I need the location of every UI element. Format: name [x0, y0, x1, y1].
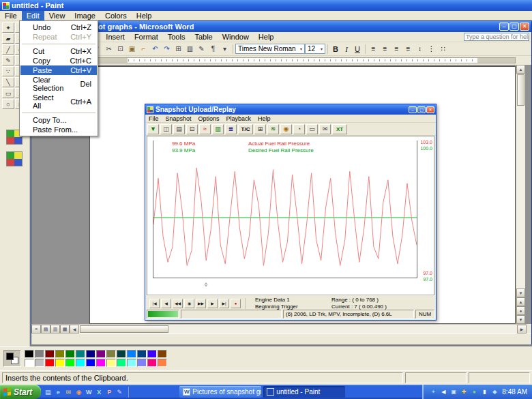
paint-menu-edit[interactable]: Edit — [22, 11, 44, 20]
snapshot-menu-options[interactable]: Options — [195, 115, 223, 122]
color-swatch[interactable] — [35, 350, 44, 358]
network-button[interactable]: ▣ — [449, 388, 458, 396]
insert-table-button[interactable]: ⊞ — [173, 44, 184, 55]
tool-free-form-select[interactable]: ✦ — [2, 23, 14, 33]
tool-airbrush[interactable]: ∵ — [2, 66, 14, 76]
close-button[interactable]: ✕ — [520, 23, 529, 31]
internet-explorer-button[interactable]: e — [53, 387, 63, 397]
redo-button[interactable]: ↷ — [161, 44, 173, 55]
taskbar-button-paint[interactable]: untitled - Paint — [263, 386, 345, 398]
units-button[interactable]: ≋ — [267, 124, 279, 134]
edit-menu-item-copy[interactable]: CopyCtrl+C — [20, 56, 97, 65]
word-button[interactable]: W — [84, 387, 93, 397]
select-browse-object-button[interactable]: ● — [516, 306, 525, 315]
previous-page-button[interactable]: ▲ — [516, 297, 525, 306]
paint-menu-image[interactable]: Image — [70, 11, 100, 20]
print-button[interactable]: ▤ — [173, 124, 185, 134]
edit-menu-item-copy-to[interactable]: Copy To... — [20, 115, 97, 125]
scrollbar-thumb[interactable] — [80, 325, 168, 333]
update-button[interactable]: ● — [470, 388, 478, 396]
word-menu-format[interactable]: Format — [130, 32, 163, 42]
next-page-button[interactable]: ▼ — [516, 315, 525, 324]
align-center-button[interactable]: ≡ — [379, 44, 391, 55]
justify-button[interactable]: ≡ — [402, 44, 414, 55]
show-desktop-button[interactable]: ▤ — [43, 387, 53, 397]
color-swatch[interactable] — [117, 359, 126, 367]
snapshot-menu-help[interactable]: Help — [254, 115, 274, 122]
color-swatch[interactable] — [137, 350, 147, 358]
edit-menu-item-paste-from[interactable]: Paste From... — [20, 125, 97, 134]
color-swatch[interactable] — [147, 359, 157, 367]
bullets-button[interactable]: ∷ — [437, 44, 449, 55]
color-swatch[interactable] — [158, 350, 167, 358]
color-swatch[interactable] — [45, 359, 55, 367]
upload-button[interactable]: ▼ — [147, 124, 159, 134]
tool-ellipse[interactable]: ○ — [2, 99, 14, 109]
volume-button[interactable]: ◀ — [439, 388, 447, 396]
text-data-button[interactable]: T/C — [238, 124, 253, 134]
maximize-button[interactable]: ▢ — [417, 106, 426, 113]
insert-columns-button[interactable]: ▥ — [184, 44, 196, 55]
position-marker-icon[interactable]: ◊ — [205, 282, 207, 288]
word-menu-table[interactable]: Table — [190, 32, 217, 42]
paint-menu-help[interactable]: Help — [132, 11, 157, 20]
underline-button[interactable]: U — [352, 44, 363, 55]
start-button[interactable]: Start — [0, 385, 41, 399]
minimize-button[interactable]: – — [409, 106, 417, 113]
edit-menu-item-repeat[interactable]: RepeatCtrl+Y — [20, 32, 97, 42]
color-swatch[interactable] — [65, 350, 75, 358]
foreground-background-color-selector[interactable] — [3, 350, 21, 367]
color-swatch[interactable] — [96, 350, 106, 358]
word-menu-help[interactable]: Help — [254, 32, 279, 42]
battery-button[interactable]: ▮ — [480, 388, 488, 396]
tool-pencil[interactable]: ✎ — [2, 55, 14, 65]
edit-menu-item-clear-selection[interactable]: Clear SelectionDel — [20, 75, 97, 93]
cut-button[interactable]: ✂ — [103, 44, 115, 55]
fast-forward-button-button[interactable]: ▶▶ — [196, 299, 206, 308]
vertical-scrollbar[interactable]: ▲ ▼ ▲ ● ▼ — [516, 65, 525, 324]
play-reverse-button-button[interactable]: ◀ — [161, 299, 171, 308]
edit-menu-item-select-all[interactable]: Select AllCtrl+A — [20, 93, 97, 110]
play-button-button[interactable]: ▶ — [207, 299, 218, 308]
snapshot-menu-playback[interactable]: Playback — [223, 115, 255, 122]
color-swatch[interactable] — [35, 359, 44, 367]
print-layout-button[interactable]: ▥ — [50, 325, 60, 334]
color-swatch[interactable] — [76, 350, 85, 358]
go-to-end-button-button[interactable]: ▶| — [219, 299, 229, 308]
color-swatch[interactable] — [158, 359, 167, 367]
bold-button[interactable]: B — [330, 44, 341, 55]
color-swatch[interactable] — [25, 350, 34, 358]
word-menu-window[interactable]: Window — [218, 32, 254, 42]
snapshot-menu-file[interactable]: File — [145, 115, 162, 122]
color-swatch[interactable] — [55, 359, 65, 367]
usb-button[interactable]: ◆ — [490, 388, 499, 396]
paint-menu-view[interactable]: View — [44, 11, 70, 20]
grid-button[interactable]: ⊞ — [254, 124, 266, 134]
scroll-right-icon[interactable]: ▶ — [517, 325, 527, 334]
messenger-button[interactable]: ✦ — [429, 388, 437, 396]
help-question-box[interactable]: Type a question for help ▾ — [464, 33, 529, 41]
word-menu-insert[interactable]: Insert — [101, 32, 130, 42]
undo-button[interactable]: ↶ — [149, 44, 161, 55]
normal-view-button[interactable]: ≡ — [31, 325, 41, 334]
color-swatch[interactable] — [96, 359, 106, 367]
format-painter-button[interactable]: ⌐ — [138, 44, 149, 55]
excel-button[interactable]: X — [94, 387, 104, 397]
italic-button[interactable]: I — [341, 44, 352, 55]
color-swatch[interactable] — [86, 350, 95, 358]
save-button[interactable]: ◫ — [160, 124, 172, 134]
word-menu-tools[interactable]: Tools — [163, 32, 190, 42]
scroll-left-icon[interactable]: ◀ — [70, 325, 79, 334]
restore-button[interactable]: ▢ — [509, 23, 519, 31]
tool-rectangle[interactable]: ▭ — [2, 88, 14, 98]
color-swatch[interactable] — [137, 359, 147, 367]
tool-eraser[interactable]: ▰ — [2, 33, 14, 44]
tool-line[interactable]: ╲ — [2, 77, 14, 87]
scroll-up-icon[interactable]: ▲ — [516, 65, 525, 74]
bar-graph-button[interactable]: ▥ — [212, 124, 224, 134]
copy-button[interactable]: ⊡ — [115, 44, 126, 55]
copy-button[interactable]: ⊡ — [186, 124, 198, 134]
taskbar-button-word-document[interactable]: W Pictures of snapshot gra... — [179, 386, 261, 398]
numbering-button[interactable]: ⋮ — [426, 44, 437, 55]
line-spacing-button[interactable]: ↕ — [414, 44, 426, 55]
